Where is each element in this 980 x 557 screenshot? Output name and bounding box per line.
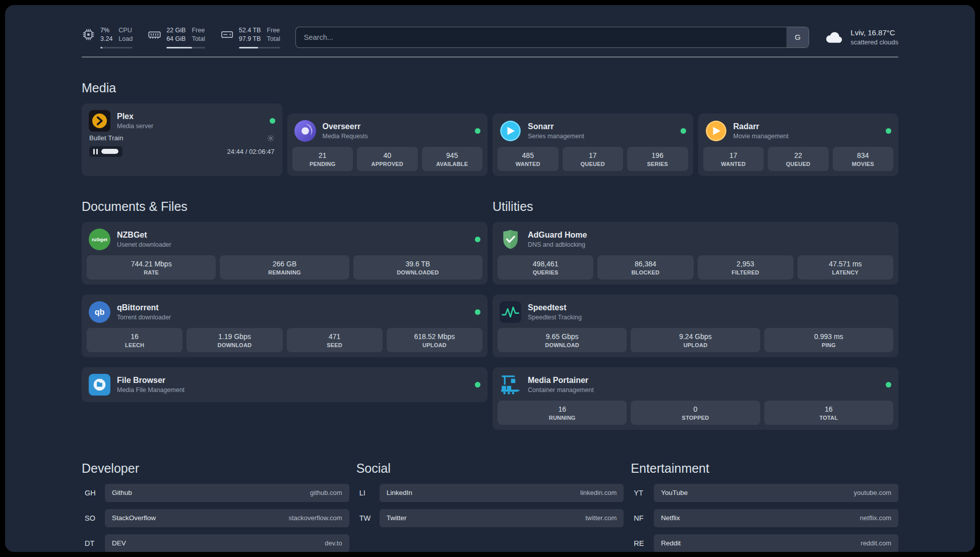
filebrowser-text: File Browser Media File Management [117, 375, 185, 394]
sonarr-text: Sonarr Series management [528, 122, 584, 140]
overseerr-link[interactable]: Overseerr Media Requests [292, 119, 483, 147]
bookmark-stackoverflow[interactable]: SO StackOverflow stackoverflow.com [82, 509, 349, 527]
bookmark-name: Reddit [661, 539, 681, 547]
bookmark-netflix[interactable]: NF Netflix netflix.com [631, 509, 898, 527]
stat-tile: 16 TOTAL [764, 401, 893, 425]
stat-tile: 22 QUEUED [768, 147, 829, 171]
bookmark-abbr: NF [631, 514, 654, 522]
service-name: Speedtest [528, 303, 582, 313]
search-input[interactable] [295, 27, 810, 48]
stat-tile: 17 QUEUED [563, 147, 624, 171]
speedtest-link[interactable]: Speedtest Speedtest Tracking [498, 300, 893, 328]
nzbget-text: NZBGet Usenet downloader [117, 230, 171, 248]
stat-tile: 618.52 Mbps UPLOAD [387, 328, 482, 352]
bookmark-domain: netflix.com [860, 514, 891, 522]
playback-time: 24:44 / 02:06:47 [227, 148, 275, 155]
bookmark-reddit[interactable]: RE Reddit reddit.com [631, 534, 898, 552]
bookmark-youtube[interactable]: YT YouTube youtube.com [631, 484, 898, 502]
stat-label: PENDING [294, 161, 351, 167]
plex-icon [89, 110, 110, 132]
bookmark-twitter[interactable]: TW Twitter twitter.com [356, 509, 624, 527]
qbittorrent-stats: 16 LEECH 1.19 Gbps DOWNLOAD 471 SEED 618… [87, 328, 482, 352]
adguard-card: AdGuard Home DNS and adblocking 498,461 … [493, 222, 898, 285]
portainer-stats: 16 RUNNING 0 STOPPED 16 TOTAL [498, 401, 893, 425]
service-subtitle: Torrent downloader [117, 314, 171, 321]
cpu-icon [82, 28, 95, 41]
stat-value: 86,384 [599, 260, 691, 268]
bookmark-pill: Netflix netflix.com [654, 509, 898, 527]
status-dot [681, 128, 686, 134]
stat-label: RATE [89, 269, 214, 275]
stat-value: 485 [500, 151, 557, 159]
bookmark-pill: Reddit reddit.com [654, 534, 898, 552]
nzbget-card: nzbget NZBGet Usenet downloader 744.21 M… [82, 222, 487, 285]
pause-button[interactable] [89, 146, 122, 157]
stat-label: SERIES [629, 161, 686, 167]
stat-tile: 47.571 ms LATENCY [798, 255, 893, 280]
stat-value: 834 [835, 151, 892, 159]
middle-sections: Documents & Files nzbget NZBGet Usenet d… [82, 176, 898, 430]
plex-link[interactable]: Plex Media server [87, 108, 277, 133]
stat-label: STOPPED [633, 415, 758, 421]
stat-label: TOTAL [766, 415, 891, 421]
stat-label: FILTERED [700, 269, 791, 275]
bookmark-abbr: SO [82, 514, 105, 522]
bookmark-domain: youtube.com [854, 489, 891, 496]
bookmark-abbr: RE [631, 539, 654, 547]
sonarr-icon [500, 120, 521, 142]
memory-icon [148, 28, 161, 41]
cpu-load-label: Load [118, 35, 133, 43]
stat-label: UPLOAD [389, 342, 480, 348]
media-heading: Media [82, 81, 898, 95]
stat-value: 618.52 Mbps [389, 332, 480, 341]
stat-value: 17 [565, 151, 622, 159]
stat-tile: 16 LEECH [87, 328, 182, 352]
bookmark-name: YouTube [661, 489, 688, 496]
search-bar: G [295, 27, 810, 48]
qbittorrent-link[interactable]: qb qBittorrent Torrent downloader [87, 300, 482, 328]
utilities-column: Utilities AdGuard Home DNS and adblockin… [493, 176, 898, 430]
stat-value: 39.6 TB [355, 260, 480, 268]
speedtest-text: Speedtest Speedtest Tracking [528, 303, 582, 321]
bookmark-domain: reddit.com [861, 539, 891, 547]
adguard-icon [500, 229, 521, 250]
cpu-label: CPU [118, 26, 133, 35]
adguard-link[interactable]: AdGuard Home DNS and adblocking [498, 227, 893, 255]
service-name: Media Portainer [528, 375, 594, 385]
stat-label: SEED [289, 342, 381, 348]
filebrowser-link[interactable]: File Browser Media File Management [87, 372, 482, 397]
sonarr-link[interactable]: Sonarr Series management [498, 119, 688, 147]
entertainment-heading: Entertainment [631, 461, 898, 476]
filebrowser-card: File Browser Media File Management [82, 367, 487, 402]
gear-icon[interactable] [267, 134, 275, 142]
search-provider-button[interactable]: G [786, 27, 809, 47]
stat-tile: 945 AVAILABLE [422, 147, 483, 171]
bookmark-linkedin[interactable]: LI LinkedIn linkedin.com [356, 484, 624, 502]
bookmark-github[interactable]: GH Github github.com [82, 484, 349, 502]
stat-value: 196 [629, 151, 686, 159]
adguard-stats: 498,461 QUERIES 86,384 BLOCKED 2,953 FIL… [498, 255, 893, 280]
radarr-link[interactable]: Radarr Movie management [703, 119, 894, 147]
sonarr-card: Sonarr Series management 485 WANTED 17 Q… [493, 114, 693, 176]
service-subtitle: Media File Management [117, 386, 185, 394]
disk-icon [220, 28, 234, 41]
bookmark-dev[interactable]: DT DEV dev.to [82, 534, 349, 552]
memory-free-label: Free [192, 26, 205, 35]
service-name: Sonarr [528, 122, 584, 132]
developer-heading: Developer [82, 461, 349, 476]
bookmark-name: Github [112, 489, 132, 496]
nzbget-link[interactable]: nzbget NZBGet Usenet downloader [87, 227, 482, 255]
adguard-text: AdGuard Home DNS and adblocking [528, 230, 587, 248]
stat-tile: 9.24 Gbps UPLOAD [631, 328, 760, 352]
bookmark-pill: Twitter twitter.com [380, 509, 624, 527]
bookmarks-entertainment: Entertainment YT YouTube youtube.com NF … [631, 461, 898, 552]
service-subtitle: Container management [528, 386, 594, 394]
stat-value: 9.24 Gbps [633, 332, 758, 341]
radarr-card: Radarr Movie management 17 WANTED 22 QUE… [698, 114, 899, 176]
memory-total-value: 64 GiB [166, 35, 186, 43]
bookmark-abbr: YT [631, 489, 654, 497]
stat-label: DOWNLOAD [500, 342, 625, 348]
stat-label: DOWNLOAD [189, 342, 280, 348]
pause-icon [93, 149, 98, 154]
portainer-link[interactable]: Media Portainer Container management [498, 372, 893, 401]
